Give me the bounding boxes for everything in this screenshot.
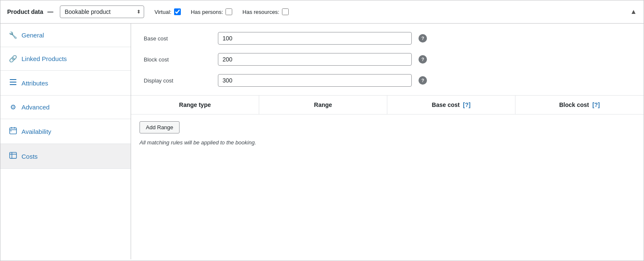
has-persons-checkbox[interactable]	[225, 8, 232, 15]
sidebar-item-linked-products-label: Linked Products	[21, 55, 67, 62]
sidebar-item-advanced-label: Advanced	[21, 104, 50, 111]
has-resources-option[interactable]: Has resources:	[242, 8, 288, 15]
has-resources-label: Has resources:	[242, 9, 279, 15]
base-cost-input[interactable]	[218, 32, 412, 45]
display-cost-input[interactable]	[218, 74, 412, 87]
virtual-option[interactable]: Virtual:	[154, 8, 180, 15]
cost-fields-section: Base cost ? Block cost ? Display cost ?	[131, 24, 644, 96]
block-cost-input[interactable]	[218, 53, 412, 66]
panel-header: Product data — Bookable product ⬍ Virtua…	[0, 0, 644, 24]
base-cost-label: Base cost	[144, 35, 211, 42]
sidebar: 🔧 General 🔗 Linked Products Attributes	[0, 24, 131, 259]
col-header-range: Range	[259, 96, 387, 114]
sidebar-item-costs[interactable]: Costs	[0, 144, 131, 169]
col-header-block-cost: Block cost [?]	[515, 96, 644, 114]
panel-body: 🔧 General 🔗 Linked Products Attributes	[0, 24, 644, 259]
product-type-wrapper[interactable]: Bookable product ⬍	[60, 5, 144, 18]
sidebar-item-general-label: General	[21, 32, 44, 39]
sidebar-item-general[interactable]: 🔧 General	[0, 24, 131, 47]
block-cost-label: Block cost	[144, 56, 211, 63]
display-cost-row: Display cost ?	[144, 74, 631, 87]
wrench-icon: 🔧	[9, 31, 17, 39]
virtual-checkbox[interactable]	[174, 8, 181, 15]
range-table-body: Add Range All matching rules will be app…	[131, 115, 644, 152]
costs-icon	[9, 152, 17, 161]
list-icon	[9, 78, 17, 88]
svg-rect-2	[10, 84, 16, 85]
calendar-icon	[9, 127, 17, 136]
virtual-label: Virtual:	[154, 9, 171, 15]
sidebar-item-advanced[interactable]: ⚙ Advanced	[0, 96, 131, 119]
sidebar-item-linked-products[interactable]: 🔗 Linked Products	[0, 47, 131, 71]
base-cost-table-help[interactable]: [?]	[463, 101, 471, 108]
collapse-icon[interactable]: ▲	[630, 8, 637, 16]
sidebar-item-attributes-label: Attributes	[21, 80, 48, 87]
svg-rect-8	[10, 152, 16, 158]
sidebar-item-costs-label: Costs	[21, 153, 38, 160]
svg-rect-1	[10, 82, 16, 83]
sidebar-item-availability-label: Availability	[21, 128, 51, 135]
range-section: Range type Range Base cost [?] Block cos…	[131, 96, 644, 152]
product-data-panel: Product data — Bookable product ⬍ Virtua…	[0, 0, 644, 261]
display-cost-label: Display cost	[144, 77, 211, 84]
link-icon: 🔗	[9, 55, 17, 63]
product-type-select[interactable]: Bookable product	[60, 5, 144, 18]
col-header-base-cost: Base cost [?]	[387, 96, 515, 114]
block-cost-row: Block cost ?	[144, 53, 631, 66]
header-options: Virtual: Has persons: Has resources:	[154, 8, 288, 15]
display-cost-help-icon[interactable]: ?	[419, 76, 427, 85]
has-resources-checkbox[interactable]	[282, 8, 289, 15]
block-cost-help-icon[interactable]: ?	[419, 55, 427, 64]
has-persons-label: Has persons:	[191, 9, 223, 15]
add-range-button[interactable]: Add Range	[140, 121, 180, 133]
sidebar-item-availability[interactable]: Availability	[0, 119, 131, 144]
gear-icon: ⚙	[9, 103, 17, 111]
base-cost-row: Base cost ?	[144, 32, 631, 45]
svg-rect-7	[11, 130, 12, 131]
svg-rect-0	[10, 79, 16, 80]
main-content: Base cost ? Block cost ? Display cost ?	[131, 24, 644, 259]
panel-title: Product data —	[7, 8, 53, 15]
rules-note: All matching rules will be applied to th…	[140, 139, 635, 146]
block-cost-table-help[interactable]: [?]	[592, 101, 600, 108]
sidebar-item-attributes[interactable]: Attributes	[0, 71, 131, 96]
range-table-header: Range type Range Base cost [?] Block cos…	[131, 96, 644, 115]
base-cost-help-icon[interactable]: ?	[419, 34, 427, 43]
has-persons-option[interactable]: Has persons:	[191, 8, 233, 15]
col-header-range-type: Range type	[131, 96, 259, 114]
